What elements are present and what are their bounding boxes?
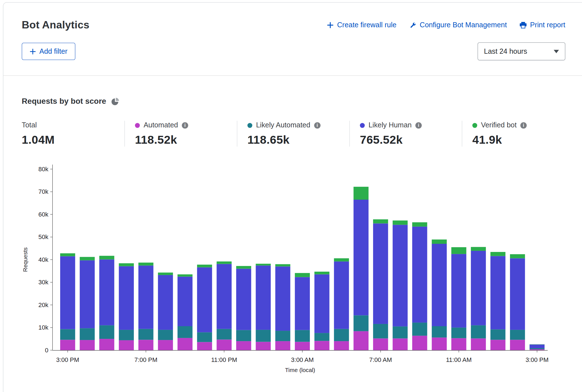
svg-text:3:00 PM: 3:00 PM [525, 356, 549, 363]
plus-icon [327, 22, 334, 28]
svg-text:Time (local): Time (local) [285, 367, 315, 373]
stat-likely-human-label: Likely Human [369, 121, 412, 129]
svg-text:7:00 AM: 7:00 AM [369, 356, 392, 363]
stat-total-value: 1.04M [22, 133, 124, 147]
svg-text:Requests: Requests [22, 247, 28, 272]
info-icon[interactable] [182, 122, 188, 129]
svg-text:70k: 70k [39, 188, 49, 195]
stat-total-label: Total [22, 121, 37, 129]
stat-automated-label: Automated [144, 121, 178, 129]
automated-dot-icon [135, 123, 140, 128]
stat-total: Total 1.04M [22, 121, 124, 147]
requests-by-bot-score-chart[interactable]: 010k20k30k40k50k60k70k80k3:00 PM7:00 PM1… [3, 161, 566, 378]
svg-text:10k: 10k [39, 324, 49, 331]
add-filter-button[interactable]: Add filter [22, 43, 75, 60]
svg-text:30k: 30k [39, 279, 49, 286]
chart-area: 010k20k30k40k50k60k70k80k3:00 PM7:00 PM1… [3, 161, 582, 380]
stat-verified-bot-label: Verified bot [481, 121, 517, 129]
print-report-link[interactable]: Print report [520, 21, 565, 29]
bot-analytics-card: Bot Analytics Create firewall rule [3, 2, 582, 392]
stat-likely-human: Likely Human 765.52k [349, 121, 462, 147]
time-range-select[interactable]: Last 24 hours [478, 42, 565, 60]
card-body: Requests by bot score Total 1.04M Au [3, 97, 582, 380]
time-range-value: Last 24 hours [484, 47, 527, 55]
likely-human-dot-icon [360, 123, 365, 128]
page-title: Bot Analytics [22, 19, 89, 31]
svg-text:50k: 50k [39, 233, 49, 240]
create-firewall-rule-label: Create firewall rule [337, 21, 396, 29]
stat-automated: Automated 118.52k [125, 121, 237, 147]
page: Bot Analytics Create firewall rule [0, 2, 582, 392]
stat-verified-bot: Verified bot 41.9k [462, 121, 574, 147]
svg-text:11:00 AM: 11:00 AM [446, 356, 472, 363]
configure-bot-management-link[interactable]: Configure Bot Management [409, 21, 507, 29]
add-filter-label: Add filter [39, 47, 67, 55]
svg-text:0: 0 [45, 347, 48, 354]
pie-chart-icon [111, 97, 119, 105]
stat-automated-value: 118.52k [135, 133, 237, 147]
print-report-label: Print report [530, 21, 565, 29]
stats-row: Total 1.04M Automated 118.52k Likel [22, 121, 582, 147]
svg-text:60k: 60k [39, 211, 49, 218]
stat-likely-automated: Likely Automated 118.65k [237, 121, 349, 147]
info-icon[interactable] [314, 122, 321, 129]
header-actions: Create firewall rule Configure Bot Manag… [327, 21, 565, 29]
verified-bot-dot-icon [472, 123, 477, 128]
info-icon[interactable] [415, 122, 422, 129]
svg-text:40k: 40k [39, 256, 49, 263]
stat-likely-human-value: 765.52k [360, 133, 462, 147]
svg-text:3:00 AM: 3:00 AM [291, 356, 314, 363]
stat-verified-bot-value: 41.9k [472, 133, 574, 147]
svg-text:80k: 80k [39, 166, 49, 173]
wrench-icon [409, 22, 416, 29]
chevron-down-icon [554, 50, 559, 53]
svg-text:11:00 PM: 11:00 PM [211, 356, 237, 363]
svg-text:20k: 20k [39, 301, 49, 308]
stat-likely-automated-value: 118.65k [247, 133, 349, 147]
section-title: Requests by bot score [22, 97, 106, 106]
svg-text:7:00 PM: 7:00 PM [134, 356, 157, 363]
plus-icon [30, 48, 36, 55]
svg-text:3:00 PM: 3:00 PM [56, 356, 79, 363]
likely-automated-dot-icon [247, 123, 252, 128]
card-header: Bot Analytics Create firewall rule [3, 3, 582, 76]
create-firewall-rule-link[interactable]: Create firewall rule [327, 21, 396, 29]
printer-icon [520, 22, 527, 28]
info-icon[interactable] [520, 122, 527, 129]
stat-likely-automated-label: Likely Automated [256, 121, 310, 129]
configure-bot-management-label: Configure Bot Management [420, 21, 507, 29]
